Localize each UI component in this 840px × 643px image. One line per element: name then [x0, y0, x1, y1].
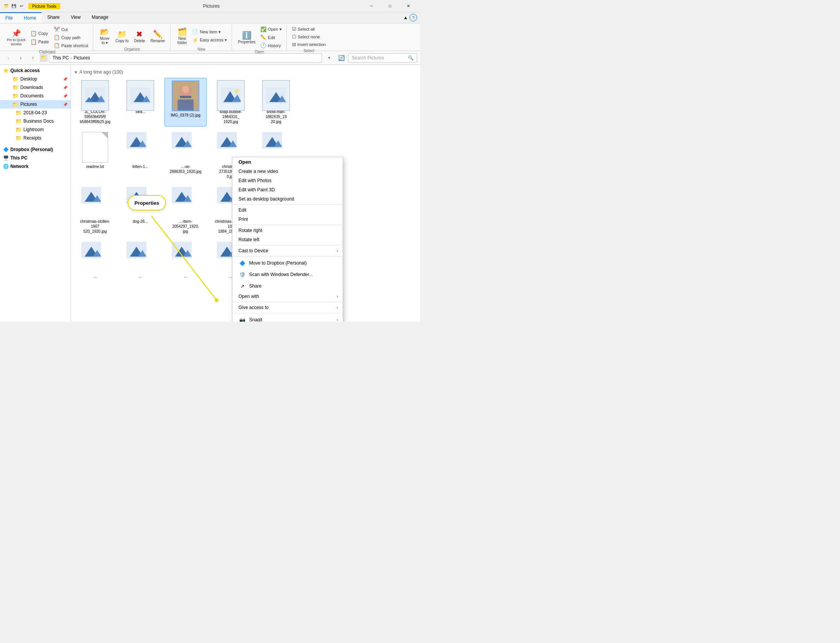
ctx-open[interactable]: Open — [232, 157, 343, 167]
window-icon: 🗂️ — [3, 3, 9, 9]
select-none-button[interactable]: ☐Select none — [291, 33, 327, 40]
ribbon-group-open: ℹ️ Properties ✅Open ▾ ✏️Edit 🕐History Op… — [233, 25, 287, 51]
search-box[interactable]: Search Pictures 🔍 — [348, 53, 417, 62]
ctx-snagit[interactable]: 📷 Snagit › — [232, 314, 343, 322]
back-button[interactable]: ‹ — [3, 53, 14, 63]
open-button[interactable]: ✅Open ▾ — [259, 26, 283, 33]
copy-button[interactable]: 📋Copy — [29, 30, 51, 37]
ribbon-tabs: File Home Share View Manage ▲ ? — [0, 12, 420, 23]
title-bar-controls[interactable]: ─ □ ✕ — [363, 0, 417, 12]
undo-icon[interactable]: ↩ — [18, 3, 25, 9]
ctx-rotate-left[interactable]: Rotate left — [232, 235, 343, 244]
new-item-button[interactable]: 📄New item ▾ — [191, 28, 228, 36]
ctx-give-access[interactable]: Give access to › — [232, 303, 343, 312]
sidebar-item-lightroom[interactable]: 📁 Lightroom — [0, 125, 71, 134]
edit-button[interactable]: ✏️Edit — [259, 34, 283, 41]
ctx-edit-photos[interactable]: Edit with Photos — [232, 176, 343, 185]
title-bar: 🗂️ 💾 ↩ Picture Tools Pictures ─ □ ✕ — [0, 0, 420, 12]
address-bar: ‹ › ↑ 📁 This PC › Pictures ▾ 🔄 Search Pi… — [0, 51, 420, 65]
collapse-ribbon-icon[interactable]: ▲ — [403, 15, 408, 20]
dropbox-section[interactable]: 🔷 Dropbox (Personal) — [0, 145, 71, 154]
file-item-selected[interactable]: IMG_0378 (2).jpg — [164, 78, 207, 127]
sidebar-label-downloads: Downloads — [20, 85, 43, 90]
picture-tools-label: Picture Tools — [28, 3, 60, 9]
properties-button[interactable]: ℹ️ Properties — [236, 29, 258, 46]
save-icon[interactable]: 💾 — [11, 3, 17, 9]
maximize-button[interactable]: □ — [381, 0, 399, 12]
easy-access-button[interactable]: ⚡Easy access ▾ — [191, 36, 228, 44]
new-folder-button[interactable]: 🗂️ Newfolder — [174, 26, 190, 46]
file-item[interactable]: soap-bubble-1984310_1920.jpg — [210, 78, 252, 127]
invert-selection-button[interactable]: ⊟Invert selection — [291, 41, 327, 48]
tab-view[interactable]: View — [65, 12, 86, 23]
refresh-button[interactable]: 🔄 — [336, 53, 347, 63]
forward-button[interactable]: › — [15, 53, 26, 63]
file-item[interactable]: JL_COLOR-59569b6f5f9b58843ff6fb25.jpg — [74, 78, 116, 127]
ctx-create-video[interactable]: Create a new video — [232, 167, 343, 176]
tab-file[interactable]: File — [0, 12, 18, 23]
file-item[interactable]: Sea... — [119, 78, 161, 127]
copy-to-button[interactable]: 📁 Copy to — [113, 28, 131, 44]
rename-button[interactable]: ✏️ Rename — [148, 28, 167, 44]
submenu-arrow-icon: › — [337, 294, 338, 299]
file-item[interactable]: readme.txt — [74, 130, 116, 181]
move-to-button[interactable]: 📂 Moveto ▾ — [97, 26, 112, 46]
ctx-share[interactable]: ↗ Share — [232, 280, 343, 292]
ctx-set-desktop[interactable]: Set as desktop background — [232, 194, 343, 204]
file-item[interactable]: snow-man-1882635_1920.jpg — [255, 78, 297, 127]
select-all-button[interactable]: ☑Select all — [291, 26, 327, 33]
section-toggle[interactable]: ▼ — [74, 70, 78, 74]
ctx-open-with[interactable]: Open with › — [232, 292, 343, 301]
path-part-pictures[interactable]: Pictures — [74, 55, 90, 61]
pin-to-quick-access-button[interactable]: 📌 Pin to Quickaccess — [5, 27, 28, 48]
submenu-arrow-icon: › — [337, 317, 338, 322]
file-item[interactable]: ... — [74, 239, 116, 281]
file-item[interactable]: ...-se-2886353_1920.jpg — [164, 130, 207, 181]
copy-path-button[interactable]: 📋Copy path — [52, 34, 90, 41]
sidebar-item-receipts[interactable]: 📁 Receipts — [0, 134, 71, 142]
submenu-arrow-icon: › — [337, 248, 338, 253]
sidebar-item-business[interactable]: 📁 Business Docs — [0, 117, 71, 125]
sidebar-item-documents[interactable]: 📁 Documents 📌 — [0, 92, 71, 100]
help-icon[interactable]: ? — [409, 14, 417, 21]
search-icon[interactable]: 🔍 — [408, 55, 414, 61]
dropdown-button[interactable]: ▾ — [324, 53, 334, 63]
paste-button[interactable]: 📋Paste — [29, 38, 51, 46]
this-pc-section[interactable]: 🖥️ This PC — [0, 154, 71, 162]
close-button[interactable]: ✕ — [399, 0, 417, 12]
paste-shortcut-button[interactable]: 📋Paste shortcut — [52, 42, 90, 49]
sidebar-item-desktop[interactable]: 📁 Desktop 📌 — [0, 75, 71, 83]
network-section[interactable]: 🌐 Network — [0, 162, 71, 171]
file-item[interactable]: ... — [119, 239, 161, 281]
tab-manage[interactable]: Manage — [86, 12, 114, 23]
svg-rect-9 — [178, 99, 194, 110]
file-item[interactable]: christmas-stollen-1907520_1920.jpg — [74, 184, 116, 236]
file-item[interactable]: kitten-1... — [119, 130, 161, 181]
cut-button[interactable]: ✂️Cut — [52, 26, 90, 33]
window-title: Pictures — [60, 3, 363, 9]
ctx-edit[interactable]: Edit — [232, 206, 343, 215]
ctx-cast-to-device[interactable]: Cast to Device › — [232, 246, 343, 255]
tab-share[interactable]: Share — [42, 12, 65, 23]
ctx-edit-paint3d[interactable]: Edit with Paint 3D — [232, 185, 343, 194]
sidebar-item-2018[interactable]: 📁 2018-04-23 — [0, 109, 71, 117]
history-button[interactable]: 🕐History — [259, 42, 283, 49]
sidebar-label-business: Business Docs — [23, 118, 54, 124]
ctx-rotate-right[interactable]: Rotate right — [232, 226, 343, 235]
address-path[interactable]: This PC › Pictures — [49, 53, 322, 62]
folder-icon: 📁 — [15, 110, 22, 116]
quick-access-section[interactable]: ⭐ Quick access — [0, 66, 71, 75]
ctx-scan-defender[interactable]: 🛡️ Scan with Windows Defender... — [232, 269, 343, 280]
ctx-move-dropbox[interactable]: 🔷 Move to Dropbox (Personal) — [232, 257, 343, 269]
tab-home[interactable]: Home — [18, 12, 42, 23]
delete-button[interactable]: ✖ Delete — [132, 28, 147, 44]
sidebar-item-pictures[interactable]: 📁 Pictures 📌 — [0, 100, 71, 109]
ctx-print[interactable]: Print — [232, 215, 343, 224]
up-button[interactable]: ↑ — [28, 53, 38, 63]
sidebar-label-pictures: Pictures — [20, 102, 37, 107]
minimize-button[interactable]: ─ — [363, 0, 380, 12]
sidebar-item-downloads[interactable]: 📁 Downloads 📌 — [0, 83, 71, 92]
file-item[interactable]: ... — [164, 239, 207, 281]
path-part-this-pc[interactable]: This PC — [53, 55, 69, 61]
file-item[interactable]: ...-ttern-2054297_1920.jpg — [164, 184, 207, 236]
